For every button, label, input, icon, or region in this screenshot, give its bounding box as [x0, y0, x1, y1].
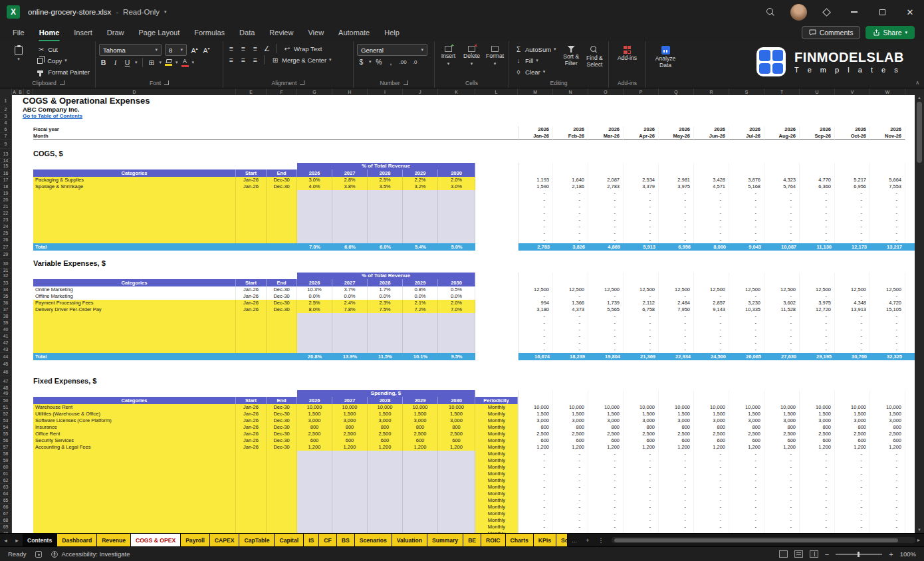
- month-value-cell[interactable]: -: [694, 203, 729, 210]
- start-cell[interactable]: [236, 313, 267, 320]
- borders-button[interactable]: ⊞: [148, 58, 156, 66]
- month-value-cell[interactable]: -: [553, 491, 588, 497]
- month-value-cell[interactable]: -: [835, 346, 870, 353]
- month-value-cell[interactable]: -: [694, 197, 729, 203]
- year-value-cell[interactable]: 3,000: [403, 417, 438, 424]
- column-header-s[interactable]: S: [729, 88, 764, 95]
- month-value-cell[interactable]: [835, 397, 870, 404]
- fill-button[interactable]: ↓Fill▾: [513, 55, 558, 66]
- year-value-cell[interactable]: [438, 333, 475, 340]
- cell[interactable]: [12, 293, 33, 300]
- sheet-tab-captable[interactable]: CapTable: [239, 534, 275, 546]
- month-value-cell[interactable]: [729, 390, 764, 397]
- month-value-cell[interactable]: -: [800, 457, 835, 464]
- year-value-cell[interactable]: 3,000: [332, 417, 368, 424]
- year-value-cell[interactable]: 2,500: [368, 431, 403, 437]
- filler-cell[interactable]: [905, 279, 915, 286]
- row-header[interactable]: 29: [0, 251, 12, 259]
- periodicity-cell[interactable]: Monthly: [475, 484, 518, 491]
- month-value-cell[interactable]: 10,000: [729, 404, 764, 411]
- month-value-cell[interactable]: -: [870, 484, 905, 491]
- month-value-cell[interactable]: 12,500: [659, 286, 694, 293]
- end-cell[interactable]: Dec-30: [267, 286, 297, 293]
- month-value-cell[interactable]: [518, 273, 553, 279]
- end-cell[interactable]: [267, 530, 297, 533]
- end-cell[interactable]: [267, 340, 297, 346]
- cell[interactable]: [475, 163, 518, 169]
- month-value-cell[interactable]: -: [800, 293, 835, 300]
- periodicity-cell[interactable]: Monthly: [475, 497, 518, 504]
- comments-button[interactable]: Comments: [802, 26, 861, 39]
- sheet-tab-valuation[interactable]: Valuation: [392, 534, 427, 546]
- month-value-cell[interactable]: 800: [518, 424, 553, 431]
- row-header[interactable]: 2: [0, 106, 12, 113]
- category-cell[interactable]: [33, 190, 236, 197]
- month-value-cell[interactable]: 1,500: [835, 411, 870, 417]
- month-value-cell[interactable]: -: [729, 190, 764, 197]
- year-value-cell[interactable]: 800: [297, 424, 332, 431]
- year-value-cell[interactable]: [332, 190, 368, 197]
- table-header-cell[interactable]: 2028: [368, 169, 403, 177]
- year-value-cell[interactable]: [403, 530, 438, 533]
- month-value-cell[interactable]: -: [624, 451, 659, 457]
- month-value-cell[interactable]: 19,804: [588, 353, 624, 360]
- cell[interactable]: [475, 203, 518, 210]
- month-value-cell[interactable]: [553, 163, 588, 169]
- month-value-cell[interactable]: -: [518, 477, 553, 484]
- table-band-header[interactable]: % of Total Revenue: [297, 163, 475, 169]
- cell[interactable]: [12, 510, 33, 517]
- dialog-launcher-icon[interactable]: [300, 80, 304, 85]
- align-right-button[interactable]: ≡: [251, 56, 259, 64]
- month-value-cell[interactable]: 12,500: [800, 286, 835, 293]
- month-value-cell[interactable]: 7,553: [870, 183, 905, 190]
- month-value-cell[interactable]: 22,934: [659, 353, 694, 360]
- year-value-cell[interactable]: [332, 346, 368, 353]
- clear-button[interactable]: ◊Clear▾: [513, 66, 558, 77]
- start-cell[interactable]: [236, 237, 267, 243]
- filler-cell[interactable]: [905, 417, 915, 424]
- read-only-label[interactable]: Read-Only: [123, 8, 160, 16]
- column-header-r[interactable]: R: [694, 88, 729, 95]
- month-value-cell[interactable]: -: [694, 237, 729, 243]
- cell[interactable]: [12, 411, 33, 417]
- category-cell[interactable]: Offline Marketing: [33, 293, 236, 300]
- table-header-cell[interactable]: 2028: [368, 397, 403, 404]
- periodicity-cell[interactable]: Monthly: [475, 457, 518, 464]
- cell[interactable]: [12, 313, 33, 320]
- month-value-cell[interactable]: 3,000: [800, 417, 835, 424]
- year-value-cell[interactable]: [403, 504, 438, 510]
- month-value-cell[interactable]: 600: [729, 437, 764, 444]
- year-value-cell[interactable]: [403, 471, 438, 477]
- section-title[interactable]: COGS, $: [33, 149, 499, 159]
- cell[interactable]: [475, 300, 518, 306]
- year-value-cell[interactable]: 10.3%: [297, 286, 332, 293]
- month-value-cell[interactable]: 3,826: [553, 243, 588, 251]
- cell[interactable]: [12, 477, 33, 484]
- month-value-cell[interactable]: -: [553, 230, 588, 237]
- filler-cell[interactable]: [905, 411, 915, 417]
- wrap-text-button[interactable]: ↩Wrap Text: [281, 44, 324, 53]
- periodicity-cell[interactable]: Monthly: [475, 477, 518, 484]
- month-value-cell[interactable]: 1,500: [553, 411, 588, 417]
- month-value-cell[interactable]: -: [729, 464, 764, 471]
- filler-cell[interactable]: [905, 471, 915, 477]
- month-value-cell[interactable]: 1,200: [624, 444, 659, 451]
- table-header-cell[interactable]: End: [267, 397, 297, 404]
- month-value-cell[interactable]: 12,500: [835, 286, 870, 293]
- year-value-cell[interactable]: [368, 340, 403, 346]
- delete-cells-button[interactable]: × Delete ▾: [461, 44, 482, 78]
- month-value-cell[interactable]: -: [553, 504, 588, 510]
- end-cell[interactable]: [267, 333, 297, 340]
- sheet-tab-be[interactable]: BE: [463, 534, 481, 546]
- total-year-cell[interactable]: 9.5%: [438, 353, 475, 360]
- filler-cell[interactable]: [905, 404, 915, 411]
- year-value-cell[interactable]: [438, 517, 475, 524]
- month-value-cell[interactable]: 16,674: [518, 353, 553, 360]
- month-value-cell[interactable]: -: [835, 477, 870, 484]
- prev-sheet-button[interactable]: ◂: [0, 534, 11, 546]
- month-value-cell[interactable]: [588, 169, 624, 177]
- start-cell[interactable]: [236, 340, 267, 346]
- year-value-cell[interactable]: 2.4%: [332, 300, 368, 306]
- month-value-cell[interactable]: -: [659, 530, 694, 533]
- month-value-cell[interactable]: -: [694, 497, 729, 504]
